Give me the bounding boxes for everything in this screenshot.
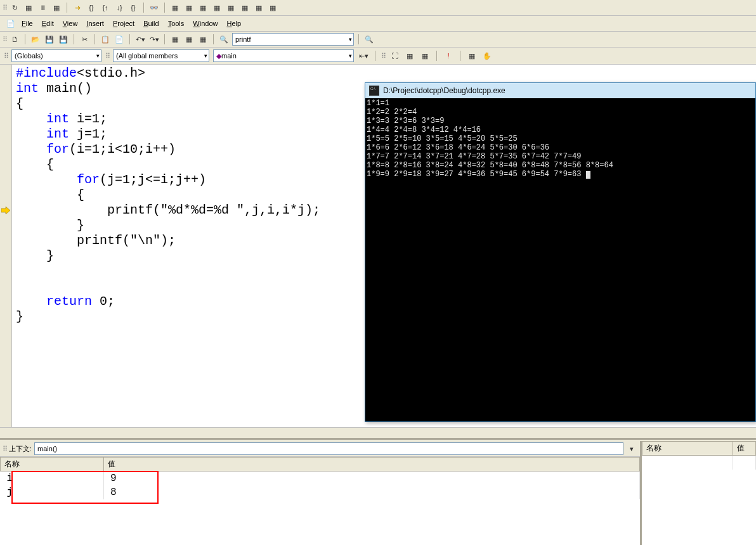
find-text: printf xyxy=(235,35,251,43)
menu-window[interactable]: Window xyxy=(189,18,221,29)
build-icon[interactable]: ▦ xyxy=(404,50,415,61)
toolbar-grip: ⠿ xyxy=(3,445,6,453)
menu-tools[interactable]: Tools xyxy=(164,18,188,29)
watch3-icon[interactable]: ▦ xyxy=(197,2,209,13)
find-icon[interactable]: 🔍 xyxy=(218,34,230,45)
apply-icon[interactable]: ▦ xyxy=(51,2,62,13)
menu-project[interactable]: Project xyxy=(109,18,138,29)
insert-bp-icon[interactable]: ✋ xyxy=(481,50,493,61)
new-file-icon[interactable]: 🗋 xyxy=(9,34,20,45)
function-value: main xyxy=(221,52,237,60)
editor-scroll-stub xyxy=(0,427,756,438)
menu-bar: 📄 FFileile Edit View Insert Project Buil… xyxy=(0,16,756,32)
find-combo[interactable]: printf xyxy=(232,33,354,46)
output-icon[interactable]: ▦ xyxy=(183,34,195,45)
compile-icon[interactable]: ⛶ xyxy=(389,50,400,61)
watch2-icon[interactable]: ▦ xyxy=(183,2,195,13)
context-bar: ⠿ 上下文: ▾ xyxy=(0,441,640,457)
scope-value: (Globals) xyxy=(15,52,43,60)
menu-insert[interactable]: Insert xyxy=(82,18,108,29)
paste-icon[interactable]: 📄 xyxy=(114,34,125,45)
col-name-header[interactable]: 名称 xyxy=(642,442,733,456)
col-value-header[interactable]: 值 xyxy=(733,442,756,456)
step-out-icon[interactable]: {↑ xyxy=(100,2,111,13)
console-output: 1*1=11*2=2 2*2=41*3=3 2*3=6 3*3=91*4=4 2… xyxy=(365,98,755,179)
execute-icon[interactable]: ! xyxy=(443,50,454,61)
debug-toolbar: ⠿ ↻ ▦ ⏸ ▦ ➜ {} {↑ ↓} {} 👓 ▦ ▦ ▦ ▦ ▦ ▦ ▦ … xyxy=(0,0,756,16)
stop-debug-icon[interactable]: ▦ xyxy=(23,2,34,13)
watch2-table: 名称 值 xyxy=(642,441,756,470)
nav-back-icon[interactable]: ⇤▾ xyxy=(358,50,369,61)
run-to-cursor-icon[interactable]: ↓} xyxy=(114,2,125,13)
editor-gutter xyxy=(0,65,12,427)
rebuild-icon[interactable]: ▦ xyxy=(419,50,431,61)
save-icon[interactable]: 💾 xyxy=(44,34,55,45)
copy-icon[interactable]: 📋 xyxy=(100,34,111,45)
toolbar-grip: ⠿ xyxy=(3,4,6,12)
variables-table: 名称 值 i9j8 xyxy=(0,457,640,499)
menu-build[interactable]: Build xyxy=(140,18,162,29)
watch4-icon[interactable]: ▦ xyxy=(211,2,223,13)
disasm-icon[interactable]: ▦ xyxy=(267,2,278,13)
toolbar-grip: ⠿ xyxy=(4,52,8,60)
standard-toolbar: ⠿ 🗋 📂 💾 💾 ✂ 📋 📄 ↶▾ ↷▾ ▦ ▦ ▦ 🔍 printf 🔍 xyxy=(0,32,756,48)
console-app-icon xyxy=(369,86,379,96)
workspace-icon[interactable]: ▦ xyxy=(169,34,181,45)
members-combo[interactable]: (All global members xyxy=(113,49,209,62)
console-title-text: D:\Project\dotcpp\Debug\dotcpp.exe xyxy=(383,86,505,95)
context-dropdown-icon[interactable]: ▾ xyxy=(626,443,637,454)
watch1-icon[interactable]: ▦ xyxy=(169,2,181,13)
redo-icon[interactable]: ↷▾ xyxy=(148,34,160,45)
registers-icon[interactable]: ▦ xyxy=(225,2,237,13)
cut-icon[interactable]: ✂ xyxy=(79,34,90,45)
current-line-arrow-icon xyxy=(1,207,10,214)
callstack-icon[interactable]: ▦ xyxy=(253,2,264,13)
step-into-icon[interactable]: ➜ xyxy=(72,2,83,13)
break-icon[interactable]: ⏸ xyxy=(37,2,48,13)
members-value: (All global members xyxy=(116,52,178,60)
col-value-header[interactable]: 值 xyxy=(104,458,640,471)
console-titlebar[interactable]: D:\Project\dotcpp\Debug\dotcpp.exe xyxy=(365,83,755,98)
wizard-bar: ⠿ (Globals) ⠿ (All global members ◆ main… xyxy=(0,48,756,65)
toolbar-grip: ⠿ xyxy=(105,52,109,60)
go-icon[interactable]: ▦ xyxy=(466,50,478,61)
window-list-icon[interactable]: ▦ xyxy=(197,34,209,45)
save-all-icon[interactable]: 💾 xyxy=(58,34,69,45)
toolbar-grip: ⠿ xyxy=(3,35,6,44)
continue-icon[interactable]: {} xyxy=(127,2,139,13)
restart-debug-icon[interactable]: ↻ xyxy=(9,2,20,13)
open-icon[interactable]: 📂 xyxy=(30,34,41,45)
auto-watch-pane: ⠿ 上下文: ▾ 名称 值 i9j8 xyxy=(0,441,642,545)
memory-icon[interactable]: ▦ xyxy=(239,2,251,13)
app-icon: 📄 xyxy=(5,18,16,29)
empty-cell[interactable] xyxy=(642,456,733,470)
toolbar-grip: ⠿ xyxy=(381,52,385,60)
col-name-header[interactable]: 名称 xyxy=(1,458,104,471)
undo-icon[interactable]: ↶▾ xyxy=(134,34,146,45)
variable-row[interactable]: i9 xyxy=(1,471,640,486)
watch-pane-2: 名称 值 xyxy=(642,441,756,545)
context-input[interactable] xyxy=(34,442,623,455)
console-window[interactable]: D:\Project\dotcpp\Debug\dotcpp.exe 1*1=1… xyxy=(365,82,756,422)
scope-combo[interactable]: (Globals) xyxy=(11,49,101,62)
variable-row[interactable]: j8 xyxy=(1,485,640,499)
function-combo[interactable]: ◆ main xyxy=(213,49,354,62)
find-in-files-icon[interactable]: 🔍 xyxy=(363,34,375,45)
watch-panel: ⠿ 上下文: ▾ 名称 值 i9j8 名称 值 xyxy=(0,438,756,545)
step-over-icon[interactable]: {} xyxy=(86,2,97,13)
menu-help[interactable]: Help xyxy=(223,18,245,29)
quickwatch-icon[interactable]: 👓 xyxy=(148,2,160,13)
menu-edit[interactable]: Edit xyxy=(38,18,58,29)
context-label: 上下文: xyxy=(9,444,32,454)
menu-view[interactable]: View xyxy=(59,18,82,29)
menu-file[interactable]: FFileile xyxy=(18,18,37,29)
svg-marker-0 xyxy=(1,207,10,214)
